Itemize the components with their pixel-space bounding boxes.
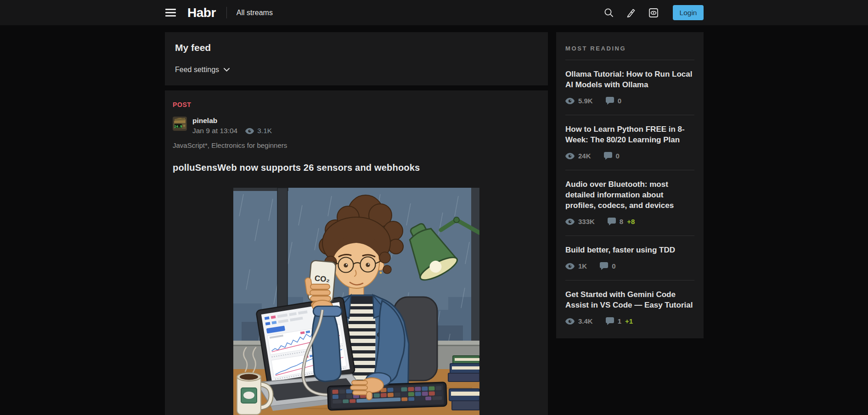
- sidebar-article-stats: 24K 0: [565, 152, 694, 160]
- post-title[interactable]: polluSensWeb now supports 26 sensors and…: [173, 163, 540, 173]
- search-icon[interactable]: [603, 7, 614, 19]
- author-avatar[interactable]: 24.9: [173, 117, 187, 131]
- views-count: 333K: [578, 218, 595, 225]
- list-item: Ollama Tutorial: How to Run Local AI Mod…: [565, 60, 694, 115]
- feed-header-card: My feed Feed settings: [165, 32, 548, 85]
- sidebar-header: MOST READING: [565, 42, 694, 52]
- top-navigation-bar: Habr All streams Login: [0, 0, 868, 25]
- comments-icon[interactable]: [604, 152, 612, 160]
- page-title: My feed: [175, 42, 538, 53]
- sidebar-article-stats: 3.4K 1 +1: [565, 317, 694, 325]
- comments-icon[interactable]: [606, 317, 614, 325]
- views-count: 24K: [578, 152, 591, 160]
- svg-text:CO₂: CO₂: [314, 274, 330, 284]
- post-timestamp: Jan 9 at 13:04: [192, 127, 237, 135]
- all-streams-link[interactable]: All streams: [237, 9, 273, 17]
- sidebar-article-title[interactable]: How to Learn Python FREE in 8-Week: The …: [565, 124, 694, 145]
- login-button[interactable]: Login: [673, 5, 704, 20]
- post-views: 3.1K: [245, 127, 272, 135]
- list-item: Get Started with Gemini Code Assist in V…: [565, 280, 694, 327]
- eye-icon: [565, 153, 575, 159]
- post-cover-illustration: CO₂: [233, 188, 479, 415]
- list-item: Build better, faster using TDD 1K 0: [565, 236, 694, 280]
- post-type-badge: POST: [173, 101, 540, 108]
- habr-page: Habr All streams Login My feed Feed sett: [0, 0, 868, 415]
- post-card: POST 24.9 pinel: [165, 90, 548, 415]
- sidebar-article-title[interactable]: Get Started with Gemini Code Assist in V…: [565, 289, 694, 310]
- views-count: 3.4K: [578, 317, 593, 325]
- eye-icon: [565, 219, 575, 225]
- sidebar-article-stats: 5.9K 0: [565, 97, 694, 105]
- svg-text:24.9: 24.9: [175, 125, 182, 129]
- mechanical-keyboard: [327, 382, 447, 410]
- comments-icon[interactable]: [606, 97, 614, 105]
- views-count: 5.9K: [578, 97, 593, 105]
- topbar-divider: [226, 7, 227, 18]
- list-item: Audio over Bluetooth: most detailed info…: [565, 170, 694, 236]
- sidebar-article-title[interactable]: Build better, faster using TDD: [565, 245, 694, 255]
- sidebar-article-stats: 333K 8 +8: [565, 218, 694, 225]
- post-hubs[interactable]: JavaScript*, Electronics for beginners: [173, 141, 540, 149]
- eye-icon: [565, 98, 575, 104]
- sidebar-article-stats: 1K 0: [565, 262, 694, 270]
- post-meta: 24.9 pinelab Jan 9 at 13:04: [173, 117, 540, 135]
- sidebar-article-title[interactable]: Ollama Tutorial: How to Run Local AI Mod…: [565, 69, 694, 90]
- comments-count[interactable]: 0: [612, 262, 615, 270]
- list-item: How to Learn Python FREE in 8-Week: The …: [565, 115, 694, 170]
- eye-icon: [565, 318, 575, 325]
- habr-logo[interactable]: Habr: [187, 6, 216, 20]
- sidebar-article-title[interactable]: Audio over Bluetooth: most detailed info…: [565, 179, 694, 211]
- comments-icon[interactable]: [600, 262, 608, 270]
- eye-icon: [565, 263, 575, 269]
- comments-count[interactable]: 8: [620, 218, 623, 225]
- comments-icon[interactable]: [608, 218, 616, 225]
- post-views-count: 3.1K: [257, 127, 272, 135]
- chevron-down-icon: [224, 68, 230, 72]
- comments-count[interactable]: 1: [618, 317, 621, 325]
- feed-settings-label: Feed settings: [175, 66, 219, 74]
- feed-settings-button[interactable]: Feed settings: [175, 66, 230, 74]
- eye-icon: [245, 128, 254, 134]
- comments-count[interactable]: 0: [618, 97, 621, 105]
- most-reading-sidebar: MOST READING Ollama Tutorial: How to Run…: [556, 32, 704, 338]
- new-comments-count[interactable]: +8: [627, 218, 635, 225]
- sandbox-eye-icon[interactable]: [648, 7, 659, 19]
- views-count: 1K: [578, 262, 587, 270]
- comments-count[interactable]: 0: [616, 152, 620, 160]
- new-comments-count[interactable]: +1: [625, 317, 633, 325]
- author-name[interactable]: pinelab: [192, 117, 272, 125]
- write-publication-icon[interactable]: [625, 7, 637, 19]
- hamburger-menu-icon[interactable]: [165, 9, 176, 17]
